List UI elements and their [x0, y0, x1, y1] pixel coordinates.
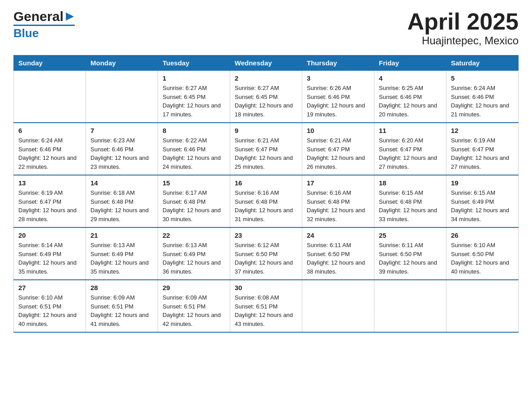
day-info: Sunrise: 6:27 AMSunset: 6:45 PMDaylight:… [235, 85, 293, 118]
day-info: Sunrise: 6:21 AMSunset: 6:47 PMDaylight:… [307, 137, 365, 170]
day-info: Sunrise: 6:15 AMSunset: 6:48 PMDaylight:… [379, 189, 437, 223]
calendar-week-row: 6Sunrise: 6:24 AMSunset: 6:46 PMDaylight… [14, 123, 519, 175]
table-row: 25Sunrise: 6:11 AMSunset: 6:50 PMDayligh… [374, 227, 446, 280]
table-row: 1Sunrise: 6:27 AMSunset: 6:45 PMDaylight… [158, 71, 230, 123]
day-number: 28 [90, 284, 153, 291]
day-info: Sunrise: 6:20 AMSunset: 6:47 PMDaylight:… [379, 137, 437, 170]
day-number: 16 [235, 179, 297, 187]
table-row: 8Sunrise: 6:22 AMSunset: 6:46 PMDaylight… [158, 123, 230, 175]
day-info: Sunrise: 6:27 AMSunset: 6:45 PMDaylight:… [163, 85, 221, 118]
col-thursday: Thursday [302, 56, 374, 71]
logo: General Blue [13, 9, 75, 40]
day-number: 12 [451, 127, 514, 134]
calendar-header-row: Sunday Monday Tuesday Wednesday Thursday… [14, 56, 519, 71]
day-info: Sunrise: 6:09 AMSunset: 6:51 PMDaylight:… [90, 294, 149, 327]
col-sunday: Sunday [14, 56, 86, 71]
day-number: 22 [163, 231, 225, 239]
table-row [374, 280, 446, 332]
table-row: 24Sunrise: 6:11 AMSunset: 6:50 PMDayligh… [302, 227, 374, 280]
table-row [86, 71, 158, 123]
day-info: Sunrise: 6:08 AMSunset: 6:51 PMDaylight:… [235, 294, 293, 327]
col-monday: Monday [86, 56, 158, 71]
logo-blue-text: Blue [13, 26, 75, 40]
calendar-table: Sunday Monday Tuesday Wednesday Thursday… [13, 55, 519, 333]
day-number: 13 [18, 179, 81, 187]
col-tuesday: Tuesday [158, 56, 230, 71]
day-info: Sunrise: 6:14 AMSunset: 6:49 PMDaylight:… [18, 242, 77, 275]
col-friday: Friday [374, 56, 446, 71]
day-number: 14 [90, 179, 153, 187]
day-info: Sunrise: 6:16 AMSunset: 6:48 PMDaylight:… [307, 189, 365, 223]
day-info: Sunrise: 6:18 AMSunset: 6:48 PMDaylight:… [90, 189, 149, 223]
day-info: Sunrise: 6:17 AMSunset: 6:48 PMDaylight:… [163, 189, 221, 223]
table-row: 3Sunrise: 6:26 AMSunset: 6:46 PMDaylight… [302, 71, 374, 123]
day-info: Sunrise: 6:10 AMSunset: 6:51 PMDaylight:… [18, 294, 77, 327]
day-info: Sunrise: 6:12 AMSunset: 6:50 PMDaylight:… [235, 242, 293, 275]
day-number: 19 [451, 179, 514, 187]
logo-divider [13, 25, 75, 26]
day-info: Sunrise: 6:26 AMSunset: 6:46 PMDaylight:… [307, 85, 365, 118]
table-row: 20Sunrise: 6:14 AMSunset: 6:49 PMDayligh… [14, 227, 86, 280]
day-number: 6 [18, 127, 81, 134]
day-info: Sunrise: 6:11 AMSunset: 6:50 PMDaylight:… [307, 242, 365, 275]
day-info: Sunrise: 6:16 AMSunset: 6:48 PMDaylight:… [235, 189, 293, 223]
table-row: 11Sunrise: 6:20 AMSunset: 6:47 PMDayligh… [374, 123, 446, 175]
day-number: 29 [163, 284, 225, 291]
day-info: Sunrise: 6:10 AMSunset: 6:50 PMDaylight:… [451, 242, 509, 275]
day-info: Sunrise: 6:24 AMSunset: 6:46 PMDaylight:… [451, 85, 509, 118]
table-row: 18Sunrise: 6:15 AMSunset: 6:48 PMDayligh… [374, 175, 446, 227]
table-row: 2Sunrise: 6:27 AMSunset: 6:45 PMDaylight… [230, 71, 302, 123]
day-info: Sunrise: 6:15 AMSunset: 6:49 PMDaylight:… [451, 189, 509, 223]
day-info: Sunrise: 6:11 AMSunset: 6:50 PMDaylight:… [379, 242, 437, 275]
table-row: 21Sunrise: 6:13 AMSunset: 6:49 PMDayligh… [86, 227, 158, 280]
table-row [14, 71, 86, 123]
day-number: 18 [379, 179, 442, 187]
day-number: 8 [163, 127, 225, 134]
day-number: 17 [307, 179, 369, 187]
day-number: 9 [235, 127, 297, 134]
day-number: 24 [307, 231, 369, 239]
table-row: 9Sunrise: 6:21 AMSunset: 6:47 PMDaylight… [230, 123, 302, 175]
day-number: 7 [90, 127, 153, 134]
calendar-week-row: 20Sunrise: 6:14 AMSunset: 6:49 PMDayligh… [14, 227, 519, 280]
day-number: 15 [163, 179, 225, 187]
table-row: 26Sunrise: 6:10 AMSunset: 6:50 PMDayligh… [446, 227, 519, 280]
table-row: 6Sunrise: 6:24 AMSunset: 6:46 PMDaylight… [14, 123, 86, 175]
page-subtitle: Huajintepec, Mexico [407, 34, 519, 47]
day-info: Sunrise: 6:09 AMSunset: 6:51 PMDaylight:… [163, 294, 221, 327]
table-row: 28Sunrise: 6:09 AMSunset: 6:51 PMDayligh… [86, 280, 158, 332]
table-row: 13Sunrise: 6:19 AMSunset: 6:47 PMDayligh… [14, 175, 86, 227]
table-row: 15Sunrise: 6:17 AMSunset: 6:48 PMDayligh… [158, 175, 230, 227]
table-row [302, 280, 374, 332]
day-info: Sunrise: 6:25 AMSunset: 6:46 PMDaylight:… [379, 85, 437, 118]
table-row: 16Sunrise: 6:16 AMSunset: 6:48 PMDayligh… [230, 175, 302, 227]
col-saturday: Saturday [446, 56, 519, 71]
day-info: Sunrise: 6:24 AMSunset: 6:46 PMDaylight:… [18, 137, 77, 170]
day-info: Sunrise: 6:13 AMSunset: 6:49 PMDaylight:… [90, 242, 149, 275]
table-row: 22Sunrise: 6:13 AMSunset: 6:49 PMDayligh… [158, 227, 230, 280]
table-row: 17Sunrise: 6:16 AMSunset: 6:48 PMDayligh… [302, 175, 374, 227]
day-number: 5 [451, 74, 514, 82]
day-number: 23 [235, 231, 297, 239]
calendar-week-row: 13Sunrise: 6:19 AMSunset: 6:47 PMDayligh… [14, 175, 519, 227]
table-row: 7Sunrise: 6:23 AMSunset: 6:46 PMDaylight… [86, 123, 158, 175]
day-number: 20 [18, 231, 81, 239]
day-number: 10 [307, 127, 369, 134]
day-number: 26 [451, 231, 514, 239]
table-row: 30Sunrise: 6:08 AMSunset: 6:51 PMDayligh… [230, 280, 302, 332]
table-row: 12Sunrise: 6:19 AMSunset: 6:47 PMDayligh… [446, 123, 519, 175]
day-number: 4 [379, 74, 442, 82]
day-number: 11 [379, 127, 442, 134]
title-block: April 2025 Huajintepec, Mexico [407, 9, 519, 47]
table-row: 4Sunrise: 6:25 AMSunset: 6:46 PMDaylight… [374, 71, 446, 123]
calendar-week-row: 1Sunrise: 6:27 AMSunset: 6:45 PMDaylight… [14, 71, 519, 123]
day-info: Sunrise: 6:19 AMSunset: 6:47 PMDaylight:… [18, 189, 77, 223]
day-number: 25 [379, 231, 442, 239]
page-title: April 2025 [407, 9, 519, 34]
day-number: 21 [90, 231, 153, 239]
table-row: 29Sunrise: 6:09 AMSunset: 6:51 PMDayligh… [158, 280, 230, 332]
calendar-week-row: 27Sunrise: 6:10 AMSunset: 6:51 PMDayligh… [14, 280, 519, 332]
table-row: 10Sunrise: 6:21 AMSunset: 6:47 PMDayligh… [302, 123, 374, 175]
day-info: Sunrise: 6:13 AMSunset: 6:49 PMDaylight:… [163, 242, 221, 275]
logo-general-text: General [13, 9, 64, 24]
